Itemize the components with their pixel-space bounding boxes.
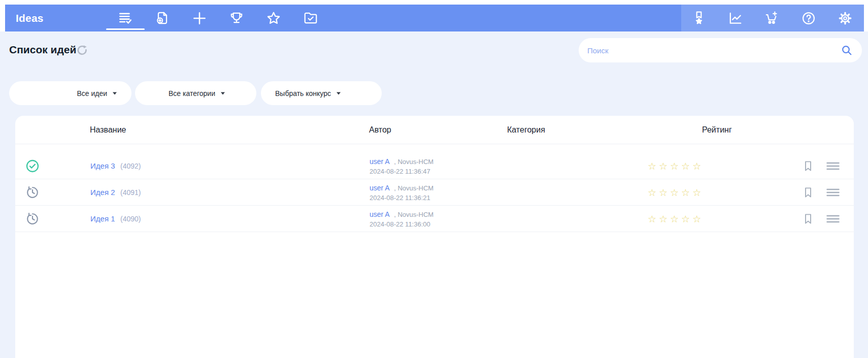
author-cell: user A , Novus-HCM 2024-08-22 11:36:00 [370,210,433,227]
plus-icon [191,10,208,26]
line-chart-icon [728,11,743,26]
primary-nav [118,5,318,31]
star-icon [266,11,281,26]
search-input[interactable] [579,38,841,62]
table-header-row: Название Автор Категория Рейтинг [15,116,854,144]
refresh-icon [76,51,89,59]
created-date: 2024-08-22 11:36:21 [370,194,433,201]
author-organization: , Novus-HCM [394,211,433,218]
help-circle-icon [801,11,816,26]
column-header-author: Автор [369,116,391,144]
idea-title-link[interactable]: Идея 2 [90,188,115,197]
author-link[interactable]: user A [370,157,390,166]
nav-trophy-button[interactable] [229,5,244,31]
rating-stars[interactable]: ☆☆☆☆☆ [648,160,704,172]
nav-star-button[interactable] [266,5,281,31]
title-cell: Идея 1 (4090) [90,214,141,223]
table-row: Идея 2 (4091) user A , Novus-HCM 2024-08… [15,179,854,206]
chevron-down-icon [220,92,225,95]
list-check-icon [118,11,133,26]
nav-shop-button[interactable] [764,5,780,31]
folder-check-icon [303,11,318,26]
search-box [579,38,862,62]
idea-id: (4091) [120,188,141,197]
cart-plus-icon [764,11,780,26]
nav-folder-check-button[interactable] [303,5,318,31]
medal-icon [691,11,707,26]
filter-label: Выбрать конкурс [275,89,331,97]
ideas-table-card: Название Автор Категория Рейтинг [15,116,854,358]
author-cell: user A , Novus-HCM 2024-08-22 11:36:47 [370,157,433,175]
idea-title-link[interactable]: Идея 3 [90,161,115,170]
row-menu-icon[interactable] [826,161,840,171]
column-header-category: Категория [507,116,545,144]
chevron-down-icon [112,92,117,95]
title-cell: Идея 3 (4092) [90,161,141,171]
table-row: Идея 1 (4090) user A , Novus-HCM 2024-08… [15,206,854,232]
status-history-icon [26,192,39,201]
nav-add-button[interactable] [192,5,207,31]
author-link[interactable]: user A [370,184,390,192]
filter-all-categories-dropdown[interactable]: Все категории [135,81,256,105]
status-cell [26,186,39,199]
nav-statistics-button[interactable] [728,5,743,31]
filter-select-contest-dropdown[interactable]: Выбрать конкурс [261,81,382,105]
filter-bar: Все идеи Все категории Выбрать конкурс [0,81,868,105]
created-date: 2024-08-22 11:36:00 [370,221,433,227]
app-logo: Ideas [16,12,44,24]
content-area: Список идей Все идеи [0,31,868,358]
row-menu-icon[interactable] [826,214,840,223]
column-header-rating: Рейтинг [702,116,732,144]
idea-title-link[interactable]: Идея 1 [90,214,115,223]
filter-label: Все категории [169,89,215,97]
idea-id: (4090) [120,215,141,223]
bookmark-icon[interactable] [803,213,813,224]
filter-all-ideas-dropdown[interactable]: Все идеи [9,81,131,105]
author-organization: , Novus-HCM [394,184,433,192]
nav-ideas-list-button[interactable] [118,5,133,31]
status-approved-icon [26,166,39,174]
chevron-down-icon [336,92,341,95]
rating-stars[interactable]: ☆☆☆☆☆ [648,213,704,224]
author-link[interactable]: user A [370,210,390,218]
nav-achievements-button[interactable] [691,5,707,31]
nav-help-button[interactable] [801,5,816,31]
filter-label: Все идеи [77,89,107,97]
refresh-button[interactable] [76,44,89,57]
gear-icon [838,11,853,26]
author-organization: , Novus-HCM [394,158,433,166]
status-cell [26,159,39,173]
file-plus-icon [155,11,170,26]
column-header-name: Название [90,116,126,144]
table-row: Идея 3 (4092) user A , Novus-HCM 2024-08… [15,153,854,179]
row-menu-icon[interactable] [826,188,840,197]
idea-id: (4092) [120,162,141,170]
top-navigation-bar: Ideas [5,5,864,31]
status-cell [26,212,39,225]
author-cell: user A , Novus-HCM 2024-08-22 11:36:21 [370,184,433,201]
bookmark-icon[interactable] [803,187,813,198]
bookmark-icon[interactable] [803,160,813,172]
nav-file-plus-button[interactable] [155,5,170,31]
rating-stars[interactable]: ☆☆☆☆☆ [648,187,704,198]
page-title: Список идей [9,44,76,56]
status-history-icon [26,218,39,227]
trophy-icon [229,11,244,26]
title-cell: Идея 2 (4091) [90,188,141,197]
utility-nav [681,5,864,31]
nav-settings-button[interactable] [838,5,853,31]
created-date: 2024-08-22 11:36:47 [370,168,433,175]
table-body: Идея 3 (4092) user A , Novus-HCM 2024-08… [15,144,854,232]
search-icon[interactable] [841,44,853,56]
